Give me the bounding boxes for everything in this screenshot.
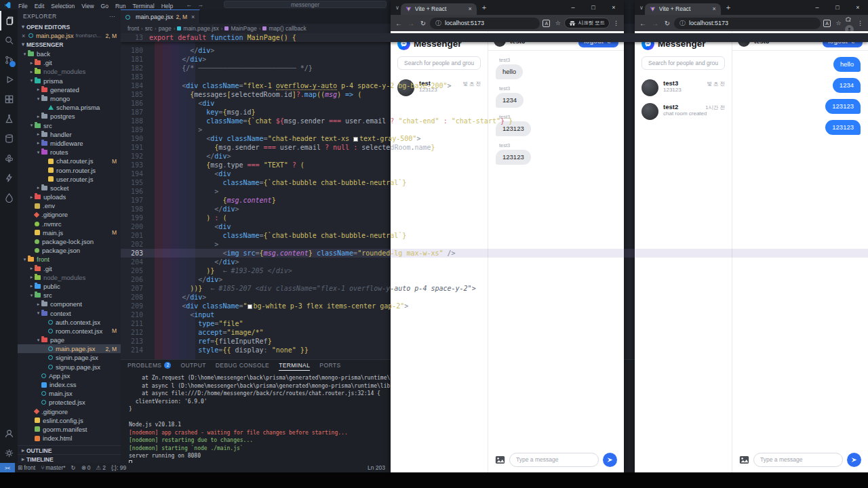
files-icon[interactable] — [0, 11, 18, 30]
code-line-202[interactable]: 202 > — [121, 240, 868, 249]
tree-item-component[interactable]: ▸component — [18, 300, 121, 308]
code-line-212[interactable]: 212 accept="image/*" — [121, 328, 868, 337]
code-line-183[interactable]: 183 — [121, 73, 868, 81]
browser-menu-icon[interactable]: ⋮ — [855, 20, 865, 26]
code-line-199[interactable]: 199 ) : ( — [121, 214, 868, 222]
new-tab-button[interactable]: + — [726, 3, 730, 12]
maximize-button[interactable]: □ — [583, 0, 604, 15]
database-icon[interactable] — [0, 129, 18, 148]
code-line-204[interactable]: 204 </div> — [121, 258, 868, 266]
code-line-205[interactable]: 205 )} ← #193-205 </div> — [121, 266, 868, 275]
code-line-190[interactable]: 190 <div className="chat-header text-xs … — [121, 134, 868, 143]
browser-tab[interactable]: Vite + React × — [645, 3, 721, 15]
code-line-210[interactable]: 210 <input — [121, 310, 868, 319]
code-line-187[interactable]: 187 key={msg.id} — [121, 108, 868, 117]
tree-item-.env[interactable]: .env — [18, 201, 121, 210]
translate-icon[interactable]: A — [542, 20, 550, 27]
menu-item-edit[interactable]: Edit — [31, 3, 48, 9]
tree-item-.gitignore[interactable]: .gitignore — [18, 407, 121, 416]
sticky-line[interactable]: 13export default function MainPage() { — [121, 33, 296, 42]
close-icon[interactable]: × — [22, 33, 28, 39]
code-line-182[interactable]: 182 {/* ──────────────────────── */} — [121, 64, 868, 73]
code-line-185[interactable]: 185 {messages[selectedRoom.id]?.map((msg… — [121, 90, 868, 99]
panel-tab-problems[interactable]: PROBLEMS2 — [127, 360, 171, 371]
explorer-more-icon[interactable]: ⋯ — [109, 13, 115, 20]
menu-item-selection[interactable]: Selection — [47, 3, 78, 9]
tree-item-postgres[interactable]: ▸postgres — [18, 112, 121, 121]
status-item-front[interactable]: ⊞front — [15, 464, 38, 471]
attach-image-icon[interactable] — [495, 455, 505, 464]
tree-item-package.json[interactable]: package.json — [18, 246, 121, 255]
attach-image-icon[interactable] — [739, 455, 749, 464]
water-drop-icon[interactable] — [0, 188, 18, 207]
code-line-214[interactable]: 214 style={{ display: "none" }} — [121, 346, 868, 354]
code-line-188[interactable]: 188 className={`chat ${msg.sender === us… — [121, 117, 868, 125]
status-item-99[interactable]: {;}: 99 — [108, 464, 129, 471]
forward-icon[interactable]: → — [650, 20, 660, 27]
code-line-194[interactable]: 194 <div — [121, 169, 868, 178]
tree-item-prisma[interactable]: ▾prisma — [18, 77, 121, 85]
panel-tab-ports[interactable]: PORTS — [319, 360, 340, 371]
site-info-icon[interactable]: ⓘ — [679, 19, 686, 28]
open-editors-header[interactable]: ▾ OPEN EDITORS — [18, 22, 121, 31]
menu-item-help[interactable]: Help — [158, 3, 176, 9]
message-input[interactable] — [509, 453, 599, 467]
tree-item-index.css[interactable]: index.css — [18, 380, 121, 389]
sticky-scroll-line[interactable]: 13export default function MainPage() { — [121, 33, 868, 42]
panel-tab-terminal[interactable]: TERMINAL — [279, 360, 310, 371]
code-line-208[interactable]: 208 </div> — [121, 293, 868, 302]
tree-item-index.html[interactable]: index.html — [18, 434, 121, 443]
tree-item-socket[interactable]: ▸socket — [18, 184, 121, 192]
code-line-211[interactable]: 211 type="file" — [121, 319, 868, 328]
tree-item-uploads[interactable]: ▸uploads — [18, 192, 121, 201]
status-item-0[interactable]: ⊗0 — [79, 464, 94, 471]
address-bar[interactable]: ⓘ localhost:5173 — [674, 18, 821, 29]
bookmark-star-icon[interactable]: ☆ — [833, 20, 844, 26]
tree-item-room.context.jsx[interactable]: room.context.jsxM — [18, 327, 121, 336]
panel-tab-debug-console[interactable]: DEBUG CONSOLE — [216, 360, 269, 371]
message-input[interactable] — [753, 453, 843, 467]
timeline-section[interactable]: ▸TIMELINE — [18, 454, 121, 463]
code-line-200[interactable]: 200 <div — [121, 222, 868, 231]
status-item[interactable]: ↻ — [68, 464, 79, 471]
minimize-button[interactable]: – — [807, 0, 827, 15]
tree-item-back[interactable]: ▾back — [18, 49, 121, 58]
code-line-180[interactable]: 180 </div> — [121, 46, 868, 55]
breadcrumb-item[interactable]: map() callback — [269, 25, 306, 32]
breadcrumb-item[interactable]: page — [159, 25, 172, 32]
tree-item-middleware[interactable]: ▸middleware — [18, 139, 121, 148]
tree-item-signin.page.jsx[interactable]: signin.page.jsx — [18, 353, 121, 362]
code-line-184[interactable]: 184 <div className="flex-1 overflow-y-au… — [121, 81, 868, 90]
tab-close-icon[interactable]: × — [469, 5, 472, 12]
code-line-193[interactable]: 193 {msg.type === "TEXT" ? ( — [121, 161, 868, 169]
editor-tab[interactable]: main.page.jsx 2, M × — [121, 9, 200, 24]
code-line-206[interactable]: 206 </div> — [121, 275, 868, 284]
history-nav-arrows[interactable]: ←→ — [186, 1, 209, 8]
code-line-192[interactable]: 192 </div> — [121, 152, 868, 161]
tab-close-icon[interactable]: × — [191, 14, 195, 20]
tree-item-eslint.config.js[interactable]: eslint.config.js — [18, 416, 121, 425]
code-line-196[interactable]: 196 > — [121, 187, 868, 196]
new-tab-button[interactable]: + — [482, 3, 486, 12]
forward-icon[interactable]: → — [406, 20, 416, 27]
send-button[interactable] — [603, 453, 617, 467]
open-editor-item[interactable]: × main.page.jsx front\src\... 2, M — [18, 31, 121, 40]
back-icon[interactable]: ← — [393, 20, 404, 27]
bookmark-star-icon[interactable]: ☆ — [553, 20, 563, 26]
reload-icon[interactable]: ↻ — [418, 20, 429, 27]
tree-item-chat.router.js[interactable]: chat.router.jsM — [18, 157, 121, 165]
tree-item-context[interactable]: ▾context — [18, 308, 121, 317]
code-line-198[interactable]: 198 </div> — [121, 205, 868, 214]
account-icon[interactable] — [0, 424, 18, 443]
extensions-icon[interactable] — [0, 89, 18, 109]
command-center[interactable]: messenger — [224, 1, 387, 8]
code-line-213[interactable]: 213 ref={fileInputRef} — [121, 337, 868, 346]
maximize-button[interactable]: □ — [827, 0, 848, 15]
workspace-header[interactable]: ▾ MESSENGER — [18, 40, 121, 49]
code-line-207[interactable]: 207 ))} ← #185-207 <div className="flex-… — [121, 284, 868, 293]
line-col-indicator[interactable]: Ln 203 — [365, 464, 388, 471]
browser-tab[interactable]: Vite + React × — [401, 3, 477, 15]
code-line-201[interactable]: 201 className={`chat-bubble chat-bubble-… — [121, 231, 868, 240]
close-button[interactable]: × — [848, 0, 868, 15]
source-control-icon[interactable] — [0, 50, 18, 70]
